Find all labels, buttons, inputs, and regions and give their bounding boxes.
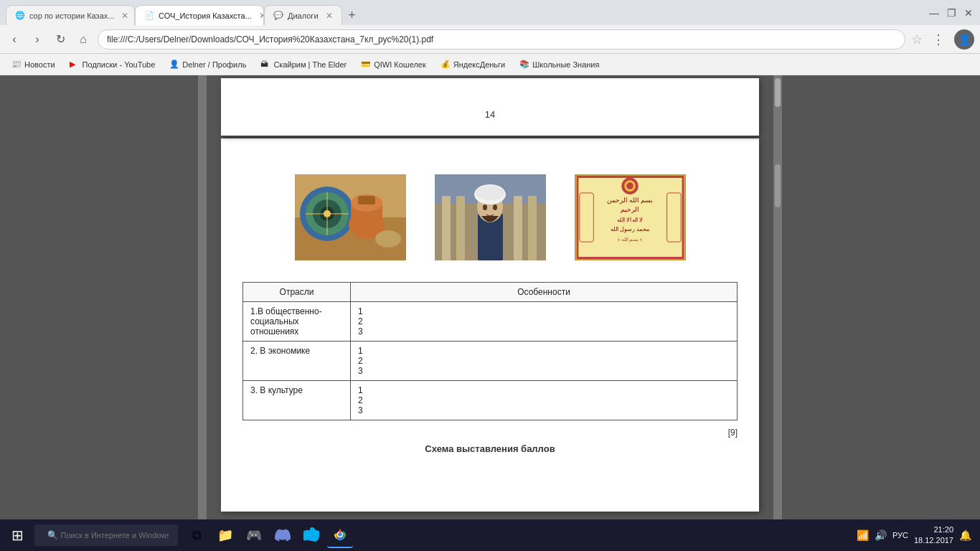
taskbar: ⊞ 🔍 ⧉ 📁 🎮 <box>0 519 980 551</box>
discord-icon[interactable] <box>270 522 296 548</box>
reload-button[interactable]: ↻ <box>52 31 69 48</box>
pdf-image-scholar <box>435 174 546 260</box>
bookmark-qiwi[interactable]: 💳 QIWI Кошелек <box>355 58 432 71</box>
forward-button[interactable]: › <box>29 31 46 48</box>
score-note: [9] <box>242 428 738 438</box>
pdf-page-main: بسم الله الرحمن الرحيم لا اله الا الله م… <box>221 138 759 512</box>
maximize-button[interactable]: ❐ <box>946 7 957 19</box>
taskbar-icons: ⧉ 📁 🎮 <box>184 522 353 548</box>
window-controls: — ❐ ✕ <box>928 7 974 19</box>
scroll-thumb-top[interactable] <box>775 78 781 107</box>
home-button[interactable]: ⌂ <box>75 31 92 48</box>
point-2-1: 1 <box>358 346 730 356</box>
right-scrollbar[interactable] <box>773 75 782 519</box>
new-tab-button[interactable]: + <box>342 5 362 25</box>
profile-icon[interactable]: 👤 <box>954 29 974 50</box>
notifications-icon[interactable]: 🔔 <box>959 529 971 541</box>
bookmark-news-label: Новости <box>24 60 55 69</box>
table-row-2: 2. В экономике 1 2 3 <box>243 342 738 381</box>
bookmark-yandex[interactable]: 💰 ЯндексДеньги <box>435 58 512 71</box>
pdf-viewer[interactable]: 14 <box>0 75 980 519</box>
bookmark-qiwi-label: QIWI Кошелек <box>374 60 426 69</box>
tab-1-close[interactable]: ✕ <box>121 11 128 21</box>
bookmark-skyrim[interactable]: 🏔 Скайрим | The Elder <box>255 58 352 71</box>
svg-point-23 <box>476 186 504 200</box>
table-cell-features-1: 1 2 3 <box>351 302 738 342</box>
volume-icon[interactable]: 🔊 <box>875 529 887 541</box>
skype-icon[interactable] <box>298 522 324 548</box>
start-button[interactable]: ⊞ <box>3 521 32 550</box>
bookmarks-bar: 📰 Новости ▶ Подписки - YouTube 👤 Delner … <box>0 54 980 75</box>
tab-2-close[interactable]: ✕ <box>259 11 264 21</box>
tab-3[interactable]: 💬 Диалоги ✕ <box>264 5 342 25</box>
network-icon[interactable]: 📶 <box>857 529 869 541</box>
address-bar-row: ‹ › ↻ ⌂ ☆ ⋮ 👤 <box>0 25 980 54</box>
score-value: [9] <box>728 428 738 438</box>
table-row-1: 1.В общественно-социальных отношениях 1 … <box>243 302 738 342</box>
pdf-image-pottery <box>295 174 406 260</box>
tab-3-close[interactable]: ✕ <box>326 11 333 21</box>
left-panel <box>198 75 207 519</box>
school-icon: 📚 <box>519 60 529 70</box>
svg-text:﴿ بسم الله ﴾: ﴿ بسم الله ﴾ <box>617 237 641 242</box>
language-indicator[interactable]: РУС <box>892 531 908 540</box>
tab-1-favicon: 🌐 <box>15 11 25 21</box>
table-cell-features-2: 1 2 3 <box>351 342 738 381</box>
minimize-button[interactable]: — <box>928 7 940 19</box>
point-3-3: 3 <box>358 405 730 415</box>
bookmark-news[interactable]: 📰 Новости <box>6 58 61 71</box>
clock-date: 18.12.2017 <box>914 535 953 546</box>
table-header-features: Особенности <box>351 283 738 302</box>
back-button[interactable]: ‹ <box>6 31 23 48</box>
pdf-table: Отрасли Особенности 1.В общественно-соци… <box>242 282 738 420</box>
extensions-button[interactable]: ⋮ <box>928 29 948 50</box>
tray-time[interactable]: 21:20 18.12.2017 <box>914 524 953 547</box>
table-cell-features-3: 1 2 3 <box>351 381 738 420</box>
tab-2[interactable]: 📄 СОЧ_История Казахста... ✕ <box>135 5 264 25</box>
svg-rect-18 <box>514 196 522 260</box>
bookmark-yandex-label: ЯндексДеньги <box>453 60 506 69</box>
svg-point-10 <box>375 230 401 248</box>
pdf-container[interactable]: 14 <box>207 75 773 519</box>
bookmark-star[interactable]: ☆ <box>911 32 923 47</box>
point-1-1: 1 <box>358 306 730 316</box>
bookmark-youtube-label: Подписки - YouTube <box>83 60 156 69</box>
youtube-icon: ▶ <box>70 60 80 70</box>
svg-rect-17 <box>456 196 465 260</box>
schema-title: Схема выставления баллов <box>242 443 738 454</box>
bookmark-youtube[interactable]: ▶ Подписки - YouTube <box>64 58 161 71</box>
svg-point-25 <box>493 204 497 210</box>
tab-2-label: СОЧ_История Казахста... <box>159 11 252 20</box>
point-3-1: 1 <box>358 385 730 395</box>
steam-icon[interactable]: 🎮 <box>241 522 267 548</box>
taskbar-search[interactable]: 🔍 <box>34 524 178 546</box>
chrome-icon[interactable] <box>327 522 353 548</box>
point-1-2: 2 <box>358 316 730 326</box>
explorer-icon[interactable]: 📁 <box>212 522 238 548</box>
scroll-thumb[interactable] <box>775 164 781 207</box>
close-button[interactable]: ✕ <box>963 7 974 19</box>
table-row-3: 3. В культуре 1 2 3 <box>243 381 738 420</box>
tab-1-label: сор по истории Казах... <box>29 11 114 20</box>
bookmark-delner[interactable]: 👤 Delner / Профиль <box>164 58 252 71</box>
address-input[interactable] <box>98 29 905 50</box>
taskbar-search-input[interactable] <box>61 531 169 540</box>
svg-point-30 <box>626 182 633 189</box>
point-3-2: 2 <box>358 395 730 405</box>
table-cell-sector-2: 2. В экономике <box>243 342 351 381</box>
taskbar-tray: 📶 🔊 РУС 21:20 18.12.2017 🔔 <box>857 524 977 547</box>
skyrim-icon: 🏔 <box>260 60 270 70</box>
svg-point-24 <box>483 204 487 210</box>
tab-bar: 🌐 сор по истории Казах... ✕ 📄 СОЧ_Истори… <box>6 0 923 25</box>
bookmark-school[interactable]: 📚 Школьные Знания <box>514 58 605 71</box>
tab-1[interactable]: 🌐 сор по истории Казах... ✕ <box>6 5 135 25</box>
title-bar: 🌐 сор по истории Казах... ✕ 📄 СОЧ_Истори… <box>0 0 980 25</box>
table-cell-sector-1: 1.В общественно-социальных отношениях <box>243 302 351 342</box>
tab-3-favicon: 💬 <box>273 11 283 21</box>
images-row: بسم الله الرحمن الرحيم لا اله الا الله م… <box>242 174 738 260</box>
news-icon: 📰 <box>11 60 22 70</box>
tab-2-favicon: 📄 <box>144 11 154 21</box>
page-number: 14 <box>485 109 495 120</box>
task-view-icon[interactable]: ⧉ <box>184 522 209 548</box>
search-icon: 🔍 <box>47 530 58 540</box>
